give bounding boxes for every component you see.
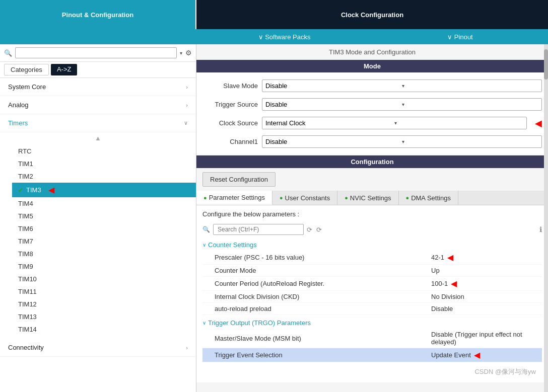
counter-settings-header[interactable]: ∨ Counter Settings [202,239,542,251]
next-icon[interactable]: ⟳ [316,226,322,233]
check-icon: ● [406,195,409,201]
tab-user-constants[interactable]: ● User Constants [272,191,337,205]
timer-rtc[interactable]: RTC [12,145,196,158]
channel1-row: Channel1 Disable ▾ [202,132,542,151]
trigger-source-select[interactable]: Disable ▾ [262,98,542,111]
param-auto-reload: auto-reload preload Disable [202,303,542,315]
search-icon: 🔍 [202,226,210,233]
watermark: CSDN @像河与海yw [202,364,542,379]
software-packs-menu[interactable]: ∨ Software Packs [196,33,372,41]
counter-settings-group: ∨ Counter Settings Prescaler (PSC - 16 b… [202,239,542,315]
chevron-right-icon: › [186,102,188,108]
search-input[interactable] [15,47,177,58]
slave-mode-label: Slave Mode [202,82,258,90]
clock-source-select[interactable]: Internal Clock ▾ [262,117,527,129]
sidebar-item-system-core[interactable]: System Core › [0,78,196,96]
timer-tim3[interactable]: ✔ TIM3 ◀ [12,183,196,197]
reset-config-button[interactable]: Reset Configuration [202,172,276,187]
timer-tim14[interactable]: TIM14 [12,323,196,336]
check-icon: ● [280,195,283,201]
red-arrow-icon: ◀ [48,185,54,195]
timer-tim12[interactable]: TIM12 [12,298,196,310]
tab-az[interactable]: A->Z [51,64,78,75]
red-arrow-period-icon: ◀ [451,279,457,288]
red-arrow-trigger-icon: ◀ [474,350,480,360]
channel1-label: Channel1 [202,138,258,145]
sidebar: 🔍 ▾ ⚙ Categories A->Z System Core › Anal… [0,44,196,392]
pinout-menu[interactable]: ∨ Pinout [372,33,548,41]
red-arrow-clock-icon: ◀ [535,118,542,129]
red-arrow-prescaler-icon: ◀ [447,253,453,262]
sub-bar-right: ∨ Software Packs ∨ Pinout [196,29,548,44]
pinout-configuration-title[interactable]: Pinout & Configuration [0,0,196,29]
search-icons: ⟳ ⟳ [307,226,322,233]
tab-parameter-settings[interactable]: ● Parameter Settings [196,191,272,205]
param-prescaler: Prescaler (PSC - 16 bits value) 42-1 ◀ [202,251,542,265]
param-search-input[interactable] [213,224,304,235]
timer-tim6[interactable]: TIM6 [12,222,196,235]
channel1-select[interactable]: Disable ▾ [262,135,542,148]
panel-title: TIM3 Mode and Configuration [196,44,548,60]
sidebar-item-analog[interactable]: Analog › [0,96,196,114]
clock-source-row: Clock Source Internal Clock ▾ ◀ [202,114,542,132]
trigger-output-group: ∨ Trigger Output (TRGO) Parameters Maste… [202,317,542,362]
trigger-output-header[interactable]: ∨ Trigger Output (TRGO) Parameters [202,317,542,329]
tab-dma-settings[interactable]: ● DMA Settings [399,191,458,205]
clock-source-label: Clock Source [202,119,258,127]
timer-tim8[interactable]: TIM8 [12,248,196,260]
timer-tim11[interactable]: TIM11 [12,285,196,298]
param-counter-mode: Counter Mode Up [202,265,542,277]
param-trigger-event: Trigger Event Selection Update Event ◀ [202,348,542,362]
tab-nvic-settings[interactable]: ● NVIC Settings [337,191,398,205]
clock-configuration-title[interactable]: Clock Configuration [196,0,548,29]
category-tabs: Categories A->Z [0,62,196,78]
dropdown-arrow-icon[interactable]: ▾ [180,50,182,56]
timer-tim5[interactable]: TIM5 [12,210,196,222]
timer-tim1[interactable]: TIM1 [12,158,196,170]
collapse-icon: ∨ [202,320,206,326]
dropdown-icon: ▾ [402,139,538,144]
sidebar-items: System Core › Analog › Timers ∨ ▲ RTC TI… [0,78,196,392]
params-area: Configure the below parameters : 🔍 ⟳ ⟳ ℹ… [196,205,548,382]
timer-tim7[interactable]: TIM7 [12,235,196,248]
param-clock-division: Internal Clock Division (CKD) No Divisio… [202,291,542,303]
mode-section: Slave Mode Disable ▾ Trigger Source Disa… [196,72,548,155]
param-counter-period: Counter Period (AutoReload Register. 100… [202,277,542,291]
chevron-down-icon: ∨ [184,120,188,126]
timer-sub-items: RTC TIM1 TIM2 ✔ TIM3 ◀ TIM4 TIM5 TIM6 TI… [0,144,196,337]
prev-icon[interactable]: ⟳ [307,226,312,233]
search-bar: 🔍 ▾ ⚙ [0,44,196,62]
timer-tim2[interactable]: TIM2 [12,170,196,183]
slave-mode-select[interactable]: Disable ▾ [262,80,542,92]
right-panel: TIM3 Mode and Configuration Mode Slave M… [196,44,548,392]
sub-bar-left [0,29,196,44]
config-tabs-bar: ● Parameter Settings ● User Constants ● … [196,191,548,205]
config-section: Reset Configuration ● Parameter Settings… [196,168,548,382]
timer-tim10[interactable]: TIM10 [12,273,196,285]
sidebar-item-timers[interactable]: Timers ∨ [0,114,196,132]
trigger-source-label: Trigger Source [202,101,258,108]
config-header: Configuration [196,155,548,168]
dropdown-icon: ▾ [394,120,523,126]
search-icon: 🔍 [4,49,12,57]
check-icon: ✔ [18,187,23,194]
timer-tim13[interactable]: TIM13 [12,310,196,323]
info-icon[interactable]: ℹ [539,225,542,233]
separator: ▲ [0,132,196,144]
collapse-icon: ∨ [202,242,206,248]
chevron-right-icon: › [186,345,188,351]
check-icon: ● [345,195,348,201]
dropdown-icon: ▾ [402,102,538,107]
param-search-bar: 🔍 ⟳ ⟳ ℹ [202,222,542,239]
trigger-source-row: Trigger Source Disable ▾ [202,95,542,114]
params-title: Configure the below parameters : [202,208,542,222]
tab-categories[interactable]: Categories [4,64,49,75]
chevron-right-icon: › [186,84,188,90]
slave-mode-row: Slave Mode Disable ▾ [202,76,542,95]
dropdown-icon: ▾ [402,83,538,89]
gear-icon[interactable]: ⚙ [185,49,192,57]
sidebar-item-connectivity[interactable]: Connectivity › [0,339,196,357]
timer-tim4[interactable]: TIM4 [12,197,196,210]
timer-tim9[interactable]: TIM9 [12,260,196,273]
check-icon: ● [203,195,207,201]
